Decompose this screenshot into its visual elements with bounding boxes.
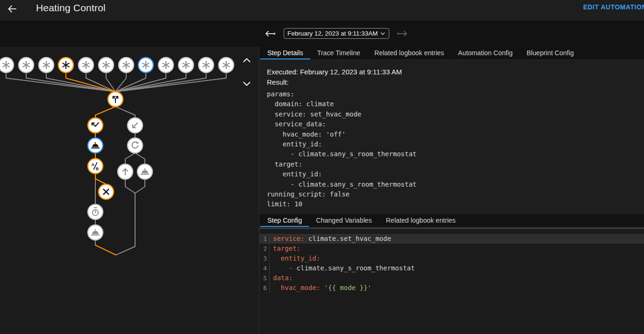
- app-header: Heating Control EDIT AUTOMATION: [0, 0, 644, 21]
- graph-edge-active: [95, 245, 116, 255]
- graph-edge-idle: [125, 179, 135, 193]
- line-number: 3: [259, 254, 270, 263]
- main-tabs: Step Details Trace Timeline Related logb…: [259, 47, 644, 60]
- graph-edge-idle: [116, 193, 135, 255]
- trigger-node-12[interactable]: [219, 58, 234, 73]
- line-number: 6: [259, 283, 270, 293]
- delay-node[interactable]: [88, 204, 103, 219]
- tab-trace-timeline[interactable]: Trace Timeline: [310, 47, 368, 59]
- trace-picker-select[interactable]: February 12, 2023 at 9:11:33AM: [284, 28, 389, 39]
- service-call-node-3[interactable]: [137, 164, 152, 179]
- trigger-node-10[interactable]: [179, 58, 193, 73]
- node-circle: [88, 118, 103, 133]
- tab-changed-variables[interactable]: Changed Variables: [309, 214, 379, 227]
- trigger-node-8[interactable]: [138, 58, 153, 73]
- line-number: 2: [259, 244, 270, 254]
- tab-blueprint-config[interactable]: Blueprint Config: [520, 47, 581, 59]
- graph-edge-idle: [106, 73, 115, 92]
- trigger-node-9[interactable]: [158, 58, 173, 73]
- editor-line-6[interactable]: 6 hvac_mode: '{{ mode }}': [259, 283, 644, 293]
- line-number: 5: [259, 273, 270, 283]
- next-trace-button[interactable]: [396, 28, 409, 40]
- result-text: Result:: [267, 77, 637, 87]
- room-service-icon: [144, 168, 146, 170]
- trigger-node-2[interactable]: [19, 58, 34, 73]
- tab-step-config[interactable]: Step Config: [260, 214, 309, 227]
- step-details-content: Executed: February 12, 2023 at 9:11:33 A…: [259, 60, 644, 214]
- step-config-editor[interactable]: 1service: climate.set_hvac_mode2target:3…: [259, 228, 644, 334]
- trace-body: AB Step Details Trace Timeline Related l…: [0, 47, 644, 334]
- trace-details-panel: Step Details Trace Timeline Related logb…: [259, 47, 644, 334]
- graph-edge-idle: [125, 153, 135, 164]
- room-service-icon: [95, 142, 96, 144]
- parallel-up-node[interactable]: [118, 164, 133, 179]
- select-next-node-button[interactable]: [241, 79, 252, 90]
- line-code: hvac_mode: '{{ mode }}': [270, 283, 372, 293]
- editor-line-5[interactable]: 5data:: [259, 273, 644, 283]
- tab-related-logbook-entries-2[interactable]: Related logbook entries: [379, 214, 463, 227]
- arrow-left-dot-icon: [264, 29, 276, 38]
- line-code: service: climate.set_hvac_mode: [270, 234, 391, 244]
- line-number: 4: [259, 263, 270, 273]
- repeat-node[interactable]: [128, 138, 143, 153]
- previous-trace-button[interactable]: [264, 28, 277, 40]
- trace-toolbar: February 12, 2023 at 9:11:33AM: [0, 21, 644, 47]
- trace-graph-panel: AB: [0, 47, 259, 334]
- choose-node[interactable]: [108, 92, 123, 107]
- editor-line-1[interactable]: 1service: climate.set_hvac_mode: [259, 234, 644, 244]
- line-code: data:: [270, 273, 293, 283]
- trace-picker-value: February 12, 2023 at 9:11:33AM: [287, 30, 378, 37]
- select-previous-node-button[interactable]: [241, 55, 252, 66]
- condition-node[interactable]: [88, 118, 103, 133]
- service-call-node[interactable]: [88, 138, 103, 153]
- line-code: entity_id:: [270, 254, 320, 263]
- chevron-down-icon: [242, 79, 252, 89]
- room-service-icon: [95, 229, 96, 231]
- ab-testing-icon: A: [91, 162, 94, 167]
- line-code: target:: [270, 244, 301, 254]
- params-yaml-block: params: domain: climate service: set_hva…: [267, 89, 637, 210]
- back-button[interactable]: [5, 2, 20, 17]
- trigger-node-11[interactable]: [199, 58, 214, 73]
- editor-line-4[interactable]: 4 - climate.sany_s_room_thermostat: [259, 263, 644, 273]
- executed-text: Executed: February 12, 2023 at 9:11:33 A…: [267, 67, 637, 77]
- tab-related-logbook-entries[interactable]: Related logbook entries: [367, 47, 451, 59]
- trigger-node-1[interactable]: [0, 58, 14, 73]
- stop-node[interactable]: [99, 184, 114, 199]
- editor-line-3[interactable]: 3 entity_id:: [259, 254, 644, 263]
- line-number: 1: [259, 234, 270, 244]
- tab-step-details[interactable]: Step Details: [260, 47, 310, 59]
- graph-edge-idle: [135, 153, 145, 164]
- trigger-node-7[interactable]: [119, 58, 134, 73]
- heating-control-trace-app: Heating Control EDIT AUTOMATION February…: [0, 0, 644, 334]
- page-title: Heating Control: [36, 1, 106, 15]
- detail-tabs: Step Config Changed Variables Related lo…: [259, 214, 644, 227]
- dot-arrow-right-icon: [396, 29, 408, 38]
- default-branch-node[interactable]: [128, 118, 143, 133]
- tab-automation-config[interactable]: Automation Config: [451, 47, 520, 59]
- line-code: - climate.sany_s_room_thermostat: [270, 263, 415, 273]
- if-node[interactable]: AB: [88, 159, 103, 174]
- trigger-node-5[interactable]: [79, 58, 93, 73]
- graph-edge-active: [95, 107, 115, 118]
- editor-rows: 1service: climate.set_hvac_mode2target:3…: [259, 234, 644, 293]
- ab-testing-icon: B: [96, 167, 99, 171]
- graph-edge-active: [95, 174, 106, 184]
- service-call-node-2[interactable]: [88, 225, 103, 240]
- trigger-node-3[interactable]: [39, 58, 54, 73]
- editor-line-2[interactable]: 2target:: [259, 244, 644, 254]
- trace-graph: AB: [0, 47, 259, 334]
- edit-automation-link[interactable]: EDIT AUTOMATION: [583, 3, 644, 11]
- arrow-left-icon: [7, 3, 18, 15]
- trigger-node-6[interactable]: [99, 58, 114, 73]
- node-circle: [128, 138, 143, 153]
- trigger-node-4[interactable]: [58, 58, 73, 73]
- graph-edge-idle: [135, 179, 145, 193]
- chevron-down-icon: [380, 31, 386, 36]
- chevron-up-icon: [242, 55, 252, 65]
- graph-edge-idle: [115, 107, 135, 118]
